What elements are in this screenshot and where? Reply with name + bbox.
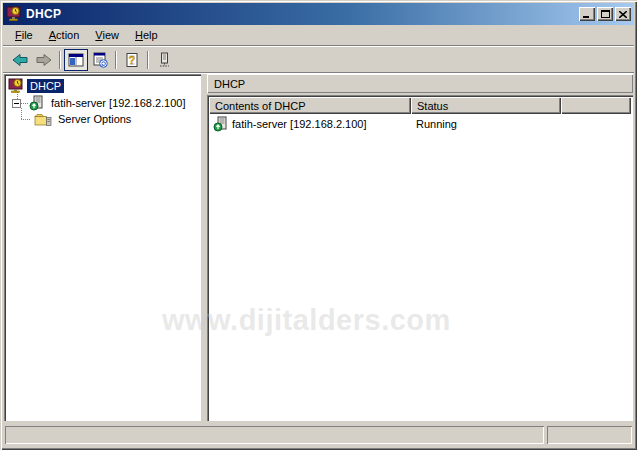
- column-header-extra[interactable]: [561, 97, 631, 114]
- tree-connector: [21, 108, 22, 119]
- tree-label-server[interactable]: fatih-server [192.168.2.100]: [48, 96, 189, 110]
- forward-arrow-icon: [36, 52, 52, 68]
- dhcp-mmc-window: DHCP File Action View Help: [0, 0, 637, 450]
- tree-item-server-options[interactable]: Server Options: [8, 111, 199, 127]
- maximize-button[interactable]: [597, 7, 613, 21]
- tree-connector: [21, 103, 29, 104]
- export-list-button[interactable]: [88, 49, 112, 71]
- server-network-button[interactable]: [152, 49, 176, 71]
- result-pane-banner: DHCP: [207, 74, 633, 93]
- maximize-icon: [601, 10, 610, 18]
- toolbar-separator: [147, 51, 149, 69]
- column-header-status[interactable]: Status: [411, 97, 561, 114]
- tree-item-server[interactable]: fatih-server [192.168.2.100]: [8, 95, 199, 111]
- result-list: Contents of DHCP Status: [207, 95, 633, 421]
- column-header-contents[interactable]: Contents of DHCP: [209, 97, 411, 114]
- help-icon: ?: [124, 52, 140, 68]
- list-header: Contents of DHCP Status: [209, 97, 631, 114]
- result-pane-banner-label: DHCP: [214, 78, 245, 90]
- tree-connector: [21, 119, 30, 120]
- status-panel-left: [5, 426, 544, 444]
- help-button[interactable]: ?: [120, 49, 144, 71]
- dhcp-console-icon: [8, 78, 24, 94]
- status-bar: [3, 424, 634, 446]
- svg-text:?: ?: [129, 53, 136, 65]
- result-pane: DHCP Contents of DHCP Status: [207, 74, 633, 421]
- dhcp-server-icon: [213, 116, 229, 132]
- menu-view[interactable]: View: [87, 27, 127, 43]
- tree-label-server-options[interactable]: Server Options: [55, 112, 134, 126]
- show-hide-console-tree-icon: [68, 52, 84, 68]
- server-network-icon: [156, 52, 172, 68]
- menu-file-accel: F: [15, 29, 22, 41]
- back-button[interactable]: [8, 49, 32, 71]
- menu-action[interactable]: Action: [41, 27, 88, 43]
- tree-item-dhcp-root[interactable]: DHCP: [8, 78, 199, 94]
- dhcp-server-icon: [29, 95, 45, 111]
- list-row-server[interactable]: fatih-server [192.168.2.100] Running: [209, 116, 631, 132]
- menu-view-rest: iew: [102, 29, 119, 41]
- show-hide-console-tree-button[interactable]: [64, 49, 88, 71]
- window-title: DHCP: [26, 7, 577, 21]
- menu-bar: File Action View Help: [3, 25, 634, 46]
- folder-options-icon: [34, 112, 52, 127]
- menu-action-rest: ction: [56, 29, 79, 41]
- tree-label-dhcp[interactable]: DHCP: [27, 79, 64, 93]
- collapse-expander-minus[interactable]: [12, 99, 21, 108]
- dhcp-console-icon: [6, 6, 22, 22]
- menu-file-rest: ile: [22, 29, 33, 41]
- toolbar-separator: [115, 51, 117, 69]
- title-bar[interactable]: DHCP: [3, 3, 634, 25]
- menu-file[interactable]: File: [7, 27, 41, 43]
- back-arrow-icon: [12, 52, 28, 68]
- export-list-icon: [92, 52, 108, 68]
- menu-action-accel: A: [49, 29, 56, 41]
- forward-button[interactable]: [32, 49, 56, 71]
- list-cell-server-name: fatih-server [192.168.2.100]: [232, 118, 367, 130]
- minimize-button[interactable]: [579, 7, 595, 21]
- close-button[interactable]: [615, 7, 631, 21]
- menu-help-accel: H: [135, 29, 143, 41]
- toolbar: ?: [3, 47, 634, 73]
- status-panel-right: [547, 426, 632, 444]
- minimize-icon: [583, 11, 591, 18]
- list-body: fatih-server [192.168.2.100] Running: [209, 114, 631, 419]
- menu-help-rest: elp: [143, 29, 158, 41]
- toolbar-separator: [59, 51, 61, 69]
- console-tree-pane: DHCP fatih-server [192.168.2.100]: [4, 74, 201, 421]
- list-cell-server-status: Running: [409, 118, 559, 130]
- close-icon: [619, 11, 627, 18]
- menu-help[interactable]: Help: [127, 27, 166, 43]
